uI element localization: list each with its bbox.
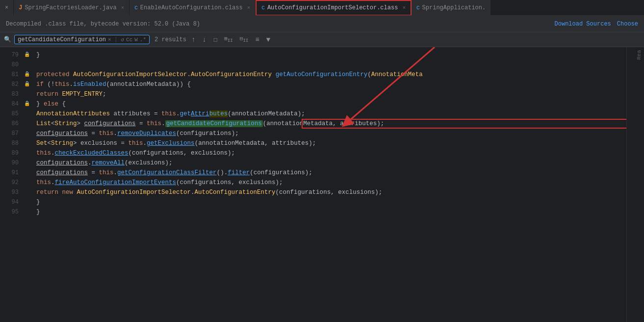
search-filter-btn[interactable]: ⊟II — [238, 34, 251, 44]
search-prev-btn[interactable]: ↑ — [189, 35, 197, 45]
tab-ellipsis-label: × — [5, 4, 8, 11]
tab-close-icon[interactable]: × — [247, 5, 251, 11]
search-expand-btn[interactable]: ☐ — [211, 34, 219, 45]
code-line-88: Set<String> exclusions = this.getExclusi… — [32, 138, 644, 148]
search-close-icon[interactable]: × — [108, 37, 111, 43]
tab-label: AutoConfigurationImportSelector.class — [267, 4, 398, 11]
search-next-btn[interactable]: ↓ — [200, 35, 208, 45]
gutter-icon-92 — [24, 178, 30, 188]
tab-spring-application[interactable]: C SpringApplication. — [412, 0, 491, 16]
search-funnel-btn[interactable]: ▼ — [264, 35, 272, 45]
line-num-83: 83 — [0, 89, 24, 99]
gutter-icon-95 — [24, 207, 30, 217]
code-area: 79 80 81 82 83 84 85 86 87 88 89 90 91 9… — [0, 47, 644, 322]
gutter-icon-89 — [24, 148, 30, 158]
code-line-84: } else { — [32, 99, 644, 109]
choose-link[interactable]: Choose — [617, 21, 638, 27]
header-actions: Download Sources Choose — [555, 21, 638, 27]
line-num-92: 92 — [0, 178, 24, 188]
gutter-icon-86 — [24, 119, 30, 129]
search-word-icon[interactable]: W — [134, 37, 138, 43]
java-icon: J — [19, 4, 22, 11]
search-results-count: 2 results — [155, 36, 186, 43]
code-line-82: if (!this.isEnabled(annotationMetadata))… — [32, 80, 644, 89]
line-num-81: 81 — [0, 70, 24, 80]
code-line-94: } — [32, 197, 644, 207]
class-icon: C — [134, 5, 138, 11]
gutter-icon-82: 🔒 — [24, 80, 30, 89]
search-regex-icon[interactable]: ↺ — [121, 36, 124, 43]
gutter-icon-91 — [24, 168, 30, 178]
tab-ellipsis[interactable]: × — [0, 0, 14, 16]
code-line-93: return new AutoConfigurationImportSelect… — [32, 188, 644, 197]
line-num-84: 84 — [0, 99, 24, 109]
gutter-icon-88 — [24, 138, 30, 148]
gutter-icon-80 — [24, 60, 30, 70]
search-case-icon[interactable]: Cc — [126, 37, 132, 43]
right-margin: Rea — [626, 47, 644, 322]
code-line-95: } — [32, 207, 644, 217]
line-num-82: 82 — [0, 80, 24, 89]
tab-enable-auto[interactable]: C EnableAutoConfiguration.class × — [129, 0, 256, 16]
gutter-icon-81: 🔒 — [24, 70, 30, 80]
code-line-87: configurations = this.removeDuplicates(c… — [32, 129, 644, 138]
gutter: 🔒 🔒 🔒 🔒 — [24, 47, 32, 322]
line-num-88: 88 — [0, 138, 24, 148]
gutter-icon-85 — [24, 109, 30, 119]
code-line-91: configurations = this.getConfigurationCl… — [32, 168, 644, 178]
right-margin-text: Rea — [636, 50, 642, 60]
header-bar: Decompiled .class file, bytecode version… — [0, 16, 644, 32]
tab-spring-factories[interactable]: J SpringFactoriesLoader.java × — [14, 0, 129, 16]
decompiled-notice: Decompiled .class file, bytecode version… — [6, 21, 200, 27]
code-line-92: this.fireAutoConfigurationImportEvents(c… — [32, 178, 644, 188]
code-line-83: return EMPTY_ENTRY; — [32, 89, 644, 99]
tab-close-icon[interactable]: × — [121, 5, 125, 11]
code-line-81: protected AutoConfigurationImportSelecto… — [32, 70, 644, 80]
gutter-icon-83 — [24, 89, 30, 99]
gutter-icon-93 — [24, 188, 30, 197]
line-num-89: 89 — [0, 148, 24, 158]
line-num-91: 91 — [0, 168, 24, 178]
line-numbers: 79 80 81 82 83 84 85 86 87 88 89 90 91 9… — [0, 47, 24, 322]
line-num-80: 80 — [0, 60, 24, 70]
code-line-89: this.checkExcludedClasses(configurations… — [32, 148, 644, 158]
search-input-wrapper: × | ↺ Cc W .* — [14, 35, 150, 44]
code-line-79: } — [32, 50, 644, 60]
search-align-btn[interactable]: ≡ — [253, 35, 261, 45]
tab-close-icon[interactable]: × — [402, 5, 406, 11]
line-num-85: 85 — [0, 109, 24, 119]
tab-label: EnableAutoConfiguration.class — [140, 4, 243, 11]
download-sources-link[interactable]: Download Sources — [555, 21, 611, 27]
code-line-90: configurations.removeAll(exclusions); — [32, 158, 644, 168]
search-icon: 🔍 — [4, 36, 11, 43]
line-num-86: 86 — [0, 119, 24, 129]
code-content: } protected AutoConfigurationImportSelec… — [32, 47, 644, 322]
line-num-79: 79 — [0, 50, 24, 60]
tab-label: SpringApplication. — [422, 4, 486, 11]
search-pin-btn[interactable]: ⊞II — [222, 34, 235, 44]
line-num-90: 90 — [0, 158, 24, 168]
code-line-80 — [32, 60, 644, 70]
line-num-87: 87 — [0, 129, 24, 138]
gutter-icon-94 — [24, 197, 30, 207]
tab-auto-config-import[interactable]: C AutoConfigurationImportSelector.class … — [256, 0, 412, 16]
line-num-93: 93 — [0, 188, 24, 197]
class-icon: C — [261, 5, 265, 11]
line-num-95: 95 — [0, 207, 24, 217]
tab-label: SpringFactoriesLoader.java — [25, 4, 116, 11]
gutter-icon-90 — [24, 158, 30, 168]
search-divider: | — [114, 36, 118, 43]
code-line-85: AnnotationAttributes attributes = this.g… — [32, 109, 644, 119]
code-line-86: List<String> configurations = this.getCa… — [32, 119, 644, 129]
search-wildcard-icon[interactable]: .* — [140, 37, 146, 43]
tab-bar: × J SpringFactoriesLoader.java × C Enabl… — [0, 0, 644, 16]
search-bar: 🔍 × | ↺ Cc W .* 2 results ↑ ↓ ☐ ⊞II ⊟II … — [0, 32, 644, 47]
line-num-94: 94 — [0, 197, 24, 207]
gutter-icon-87 — [24, 129, 30, 138]
gutter-icon-79: 🔒 — [24, 50, 30, 60]
gutter-icon-84: 🔒 — [24, 99, 30, 109]
class-icon: C — [416, 5, 420, 11]
search-input[interactable] — [18, 36, 106, 43]
